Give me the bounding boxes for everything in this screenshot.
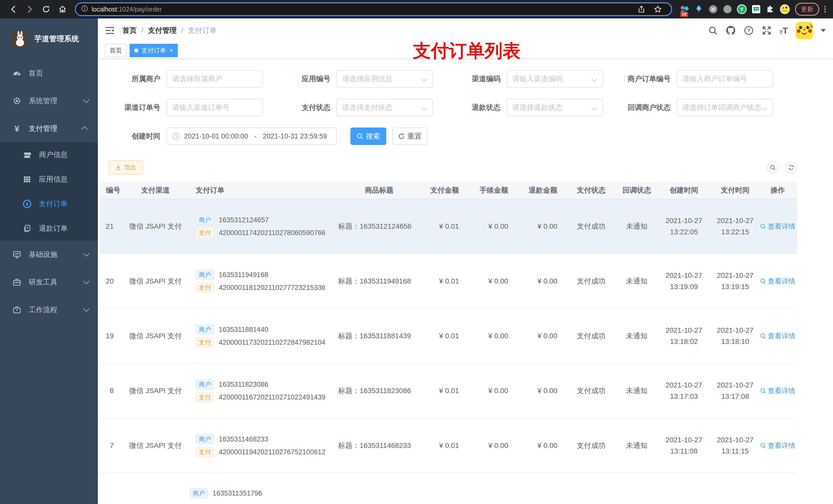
bookmark-star-icon[interactable] bbox=[652, 3, 664, 15]
merchant-order-no: 1635311823086 bbox=[219, 381, 268, 388]
extension-puzzle-icon[interactable] bbox=[765, 4, 776, 15]
breadcrumb-pay-manage[interactable]: 支付管理 bbox=[148, 26, 177, 35]
cell-product-title: 标题：1635312124656 bbox=[333, 221, 425, 231]
filter-row: 所属商户 请选择所属商户 应用编号 请选择应用信息 渠道编码 请输入渠道编码 商… bbox=[100, 70, 833, 88]
chevron-icon bbox=[83, 97, 90, 103]
sidebar-menu-item[interactable]: 基础设施 bbox=[0, 241, 98, 268]
search-button[interactable]: 搜索 bbox=[351, 127, 386, 145]
cell-actions: 查看详情 bbox=[758, 441, 797, 451]
filter-select[interactable]: 请输入渠道编码 bbox=[507, 70, 603, 88]
sidebar-collapse-icon[interactable] bbox=[105, 25, 115, 35]
channel-pay-no: 4200001174202110278060590766 bbox=[219, 229, 325, 237]
reset-button[interactable]: 重置 bbox=[392, 127, 427, 145]
avatar-caret-icon[interactable] bbox=[821, 29, 826, 32]
reset-icon bbox=[398, 133, 405, 140]
filter-input[interactable]: 请输入商户订单编号 bbox=[677, 70, 773, 88]
cell-pay-status: 支付成功 bbox=[565, 276, 618, 286]
filter-select[interactable]: 请选择订单回调商户状态 bbox=[677, 99, 773, 116]
gear-icon bbox=[12, 96, 22, 105]
extension-y-icon[interactable]: Y bbox=[736, 4, 747, 15]
browser-menu-icon[interactable] bbox=[824, 6, 826, 13]
refund-doc-icon bbox=[23, 224, 32, 233]
cell-pay-order: 商户1635312124657 支付4200001174202110278060… bbox=[190, 212, 333, 240]
sidebar-menu-item[interactable]: 应用信息 bbox=[0, 167, 98, 192]
sidebar-menu-item[interactable]: 系统管理 bbox=[0, 87, 98, 115]
date-range-picker[interactable]: 2021-10-01 00:00:00 - 2021-10-31 23:59:5… bbox=[166, 127, 337, 145]
filter-input[interactable]: 请选择所属商户 bbox=[166, 70, 263, 88]
sidebar-menu-item[interactable]: 工作流程 bbox=[0, 296, 98, 324]
tab-close-icon[interactable]: × bbox=[170, 47, 173, 53]
column-header: 创建时间 bbox=[656, 186, 712, 195]
browser-back-icon[interactable] bbox=[7, 3, 20, 15]
shop-icon bbox=[23, 150, 32, 159]
download-icon bbox=[115, 164, 121, 171]
extension-dot-icon[interactable] bbox=[722, 4, 733, 15]
view-detail-link[interactable]: 查看详情 bbox=[760, 386, 795, 395]
table-row[interactable]: 7 微信 JSAPI 支付 商户1635311468233 支付42000011… bbox=[100, 418, 797, 473]
breadcrumb-home[interactable]: 首页 bbox=[122, 26, 137, 35]
cell-fee-amount: ¥ 0.00 bbox=[466, 441, 515, 450]
share-icon[interactable] bbox=[635, 3, 647, 15]
column-header: 手续金额 bbox=[466, 186, 515, 195]
avatar[interactable] bbox=[795, 22, 813, 39]
magnifier-icon bbox=[760, 442, 766, 449]
table-row-partial: 商户 1635311351796 bbox=[100, 473, 797, 504]
date-end-value: 2021-10-31 23:59:59 bbox=[263, 133, 327, 140]
sidebar-menu-item[interactable]: 首页 bbox=[0, 59, 98, 87]
table-row[interactable]: 8 微信 JSAPI 支付 商户1635311823086 支付42000011… bbox=[100, 364, 797, 418]
sidebar-menu-item[interactable]: 研发工具 bbox=[0, 268, 98, 296]
browser-home-icon[interactable] bbox=[56, 3, 69, 15]
view-detail-link[interactable]: 查看详情 bbox=[760, 277, 795, 286]
chevron-down-icon bbox=[421, 76, 427, 82]
table-row[interactable]: 19 微信 JSAPI 支付 商户1635311881440 支付4200001… bbox=[100, 309, 797, 364]
table-row[interactable]: 20 微信 JSAPI 支付 商户1635311949168 支付4200001… bbox=[100, 254, 797, 309]
help-icon[interactable]: ? bbox=[744, 25, 754, 35]
browser-forward-icon[interactable] bbox=[24, 3, 36, 15]
breadcrumb-separator: / bbox=[141, 26, 143, 34]
github-icon[interactable] bbox=[726, 25, 736, 35]
filter-select[interactable]: 请选择退款状态 bbox=[507, 99, 603, 116]
channel-pay-no: 4200001173202110272847982104 bbox=[219, 339, 325, 346]
browser-update-button[interactable]: 更新 bbox=[795, 3, 819, 16]
sidebar: 芋道管理系统 首页 系统管理 ¥ 支付管理 商户信息 应用信息 ¥ 支付订单 退… bbox=[0, 19, 98, 504]
sidebar-menu-item[interactable]: ¥ 支付订单 bbox=[0, 192, 98, 216]
topbar: 首页 / 支付管理 / 支付订单 ? bbox=[98, 19, 833, 43]
extension-tabs-icon[interactable]: 10 bbox=[679, 4, 690, 15]
table-header: 编号支付渠道支付订单商品标题支付金额手续金额退款金额支付状态回调状态创建时间支付… bbox=[100, 182, 797, 199]
pay-order-tag: 支付 bbox=[196, 283, 214, 293]
view-detail-link[interactable]: 查看详情 bbox=[760, 441, 795, 450]
export-button[interactable]: 导出 bbox=[109, 160, 143, 175]
sidebar-menu-item[interactable]: ¥ 支付管理 bbox=[0, 115, 98, 142]
fullscreen-icon[interactable] bbox=[762, 25, 772, 35]
table-row[interactable]: 21 微信 JSAPI 支付 商户1635312124657 支付4200001… bbox=[100, 199, 797, 254]
extension-emoji-icon[interactable] bbox=[779, 4, 790, 15]
filter-row: 渠道订单号 请输入渠道订单号 支付状态 请选择支付状态 退款状态 请选择退款状态… bbox=[100, 99, 833, 116]
site-info-icon[interactable] bbox=[81, 5, 88, 14]
address-bar[interactable]: localhost:1024/pay/order bbox=[75, 2, 672, 16]
cell-pay-order: 商户1635311468233 支付4200001194202110276752… bbox=[190, 432, 333, 460]
filter-select[interactable]: 请选择应用信息 bbox=[337, 70, 433, 88]
filter-select[interactable]: 请选择支付状态 bbox=[337, 99, 433, 116]
extension-command-icon[interactable]: ⌘ bbox=[708, 4, 719, 15]
font-size-icon[interactable]: TT bbox=[780, 26, 788, 35]
tab-pay-order[interactable]: 支付订单× bbox=[129, 44, 178, 57]
filter-input[interactable]: 请输入渠道订单号 bbox=[166, 99, 263, 116]
view-detail-link[interactable]: 查看详情 bbox=[760, 222, 795, 231]
sidebar-menu-item[interactable]: 退款订单 bbox=[0, 216, 98, 241]
show-search-toggle-button[interactable] bbox=[767, 162, 779, 173]
search-icon[interactable] bbox=[708, 25, 718, 35]
merchant-order-no: 1635311351796 bbox=[213, 489, 262, 497]
tab-home[interactable]: 首页 bbox=[105, 44, 126, 57]
extension-chat-icon[interactable] bbox=[751, 4, 762, 15]
extension-kite-icon[interactable] bbox=[693, 4, 705, 15]
chevron-icon bbox=[83, 250, 90, 257]
column-header: 编号 bbox=[100, 186, 121, 195]
browser-reload-icon[interactable] bbox=[40, 3, 52, 15]
cell-actions: 查看详情 bbox=[758, 277, 797, 286]
refresh-button[interactable] bbox=[785, 162, 797, 173]
cell-pay-channel: 微信 JSAPI 支付 bbox=[121, 331, 190, 341]
view-detail-link[interactable]: 查看详情 bbox=[760, 331, 795, 341]
topbar-actions: ? TT bbox=[708, 22, 826, 39]
sidebar-menu-item[interactable]: 商户信息 bbox=[0, 142, 98, 167]
browser-extensions: 10 ⌘ Y 更新 bbox=[677, 3, 828, 16]
